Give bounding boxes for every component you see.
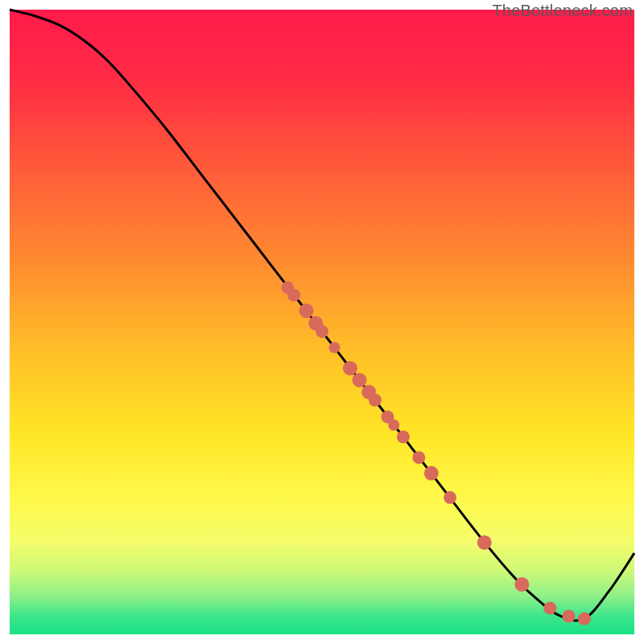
curve-layer — [10, 10, 634, 634]
marker-dot — [287, 289, 300, 302]
marker-dot — [343, 361, 357, 375]
marker-group — [281, 281, 591, 625]
marker-dot — [388, 419, 399, 431]
bottleneck-curve-path — [10, 10, 634, 621]
marker-dot — [444, 491, 456, 504]
marker-dot — [543, 601, 556, 614]
marker-dot — [369, 394, 382, 407]
marker-dot — [299, 303, 314, 318]
chart-container: TheBottleneck.com — [0, 0, 644, 644]
marker-dot — [578, 613, 591, 625]
marker-dot — [353, 373, 367, 387]
marker-dot — [477, 535, 492, 550]
marker-dot — [514, 577, 529, 592]
marker-dot — [329, 342, 341, 353]
marker-dot — [563, 609, 576, 622]
marker-dot — [424, 466, 439, 481]
marker-dot — [412, 451, 425, 464]
marker-dot — [316, 325, 328, 338]
marker-dot — [397, 431, 410, 444]
attribution-label: TheBottleneck.com — [492, 2, 633, 20]
plot-area — [10, 10, 634, 634]
